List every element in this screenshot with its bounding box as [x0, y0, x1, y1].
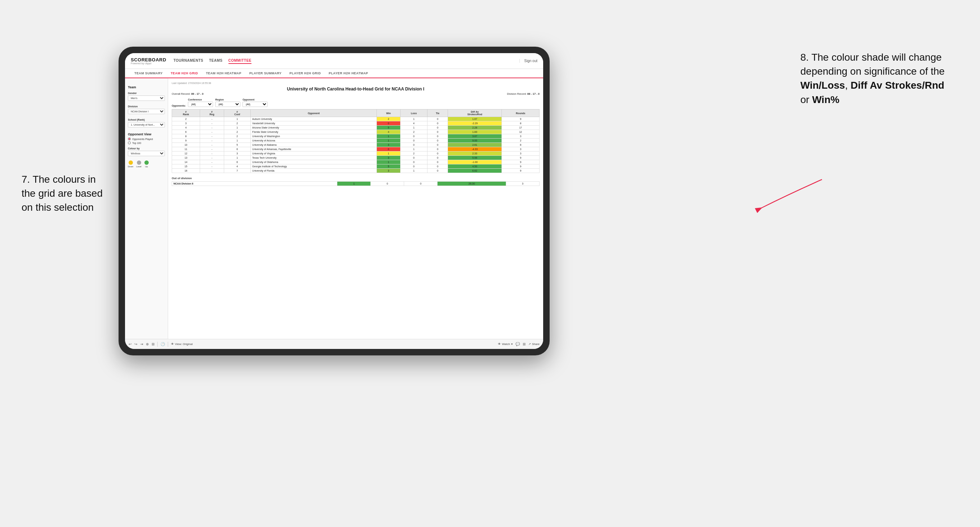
cell-rank: 16: [172, 169, 200, 173]
conference-select[interactable]: (All): [188, 102, 213, 107]
nav-committee[interactable]: COMMITTEE: [229, 58, 252, 64]
cell-diff: 5.56: [448, 156, 502, 160]
cell-diff: -4.33: [448, 147, 502, 151]
cell-rounds: 2: [502, 138, 539, 143]
view-original-btn[interactable]: 👁 View: Original: [171, 343, 192, 346]
watch-icon: 👁: [498, 343, 501, 346]
sign-out-button[interactable]: Sign out: [519, 59, 538, 63]
share-btn[interactable]: ↗ Share: [528, 343, 539, 346]
nav-teams[interactable]: TEAMS: [209, 58, 223, 64]
toolbar: ↩ ↪ ⇥ ⊕ ⊞ 🕐 👁 View: Original 👁 Watch ▾ 💬…: [125, 339, 543, 349]
subnav-player-h2h-grid[interactable]: PLAYER H2H GRID: [286, 69, 325, 78]
comment-icon[interactable]: 💬: [515, 342, 520, 346]
cell-diff: -1.00: [448, 160, 502, 164]
cell-rank: 3: [172, 121, 200, 125]
opponents-label: Opponents:: [172, 105, 186, 107]
watch-btn[interactable]: 👁 Watch ▾: [498, 343, 512, 346]
division-label: Division: [128, 105, 165, 108]
opponent-view-title: Opponent View: [128, 132, 165, 136]
table-row: 15 - 4 Georgia Institute of Technology 5…: [172, 164, 539, 169]
cell-tie: 0: [428, 117, 448, 121]
cell-win: 3: [377, 169, 400, 173]
subnav-team-summary[interactable]: TEAM SUMMARY: [131, 69, 166, 78]
division-select[interactable]: NCAA Division I: [128, 109, 165, 114]
filter-opponents: Opponents:: [172, 105, 186, 107]
undo-icon[interactable]: ↩: [129, 342, 132, 346]
forward-icon[interactable]: ⇥: [140, 342, 143, 346]
ood-cell-rounds: 3: [506, 182, 539, 186]
radio-opponents-played[interactable]: Opponents Played: [128, 138, 165, 140]
th-rounds: Rounds: [502, 110, 539, 117]
cell-tie: 0: [428, 130, 448, 134]
cell-loss: 0: [400, 134, 428, 138]
table-row: 3 - 2 Vanderbilt University 0 4 0 -2.29 …: [172, 121, 539, 125]
legend-circle-up: [145, 160, 149, 165]
conference-label: Conference: [188, 98, 213, 101]
view-icon: 👁: [171, 343, 174, 346]
cell-tie: 0: [428, 125, 448, 130]
cell-rank: 4: [172, 125, 200, 130]
nav-tournaments[interactable]: TOURNAMENTS: [173, 58, 203, 64]
filters-row: Opponents: Conference (All) Region (All): [172, 98, 539, 107]
cell-tie: 0: [428, 147, 448, 151]
paste-icon[interactable]: ⊞: [151, 342, 154, 346]
tablet-screen: SCOREBOARD Powered by clippd TOURNAMENTS…: [125, 53, 543, 349]
cell-conf: 2: [224, 121, 251, 125]
cell-diff: 2.28: [448, 125, 502, 130]
cell-rounds: 3: [502, 134, 539, 138]
cell-loss: 1: [400, 147, 428, 151]
cell-tie: 0: [428, 169, 448, 173]
cell-tie: 0: [428, 160, 448, 164]
gender-select[interactable]: Men's: [128, 95, 165, 101]
main-table: #Rank #Reg #Conf Opponent Win Loss Tie D…: [172, 109, 539, 173]
th-diff: Diff AvStrokes/Rnd: [448, 110, 502, 117]
cell-rounds: 9: [502, 169, 539, 173]
subnav-team-h2h-grid[interactable]: TEAM H2H GRID: [167, 69, 202, 78]
radio-top100[interactable]: Top 100: [128, 141, 165, 144]
sidebar: Team Gender Men's Division NCAA Division…: [125, 78, 168, 339]
data-area: Last Updated: 27/03/2024 16:55:38 Univer…: [168, 78, 543, 339]
cell-opponent: Georgia Institute of Technology: [251, 164, 377, 169]
cell-loss: 0: [400, 143, 428, 147]
report-title: University of North Carolina Head-to-Hea…: [172, 87, 539, 92]
region-label: Region: [215, 98, 240, 101]
cell-rounds: 9: [502, 117, 539, 121]
cell-win: 1: [377, 138, 400, 143]
redo-icon[interactable]: ↪: [134, 342, 137, 346]
subnav-player-summary[interactable]: PLAYER SUMMARY: [246, 69, 285, 78]
opponent-select[interactable]: (All): [242, 102, 267, 107]
cell-rank: 12: [172, 151, 200, 156]
cell-reg: -: [200, 151, 224, 156]
cell-rounds: 8: [502, 143, 539, 147]
cell-tie: 0: [428, 138, 448, 143]
division-record: Division Record: 88 - 17 - 0: [507, 92, 539, 95]
cell-rank: 6: [172, 130, 200, 134]
cell-rank: 15: [172, 164, 200, 169]
cell-opponent: Auburn University: [251, 117, 377, 121]
copy-icon[interactable]: ⊕: [146, 342, 149, 346]
cell-conf: 2: [224, 130, 251, 134]
cell-opponent: Florida State University: [251, 130, 377, 134]
th-loss: Loss: [400, 110, 428, 117]
annotation-left: 7. The colours in the grid are based on …: [22, 172, 122, 215]
subnav-player-h2h-heatmap[interactable]: PLAYER H2H HEATMAP: [325, 69, 372, 78]
cell-loss: 1: [400, 117, 428, 121]
filter-conference: Conference (All): [188, 98, 213, 107]
cell-reg: -: [200, 130, 224, 134]
clock-icon[interactable]: 🕐: [161, 342, 165, 346]
colour-by-select[interactable]: Win/loss: [128, 151, 165, 156]
cell-rank: 9: [172, 138, 200, 143]
radio-dot-top100: [128, 141, 131, 144]
grid-icon[interactable]: ⊞: [523, 342, 525, 346]
subnav-team-h2h-heatmap[interactable]: TEAM H2H HEATMAP: [202, 69, 245, 78]
cell-reg: -: [200, 143, 224, 147]
sub-nav: TEAM SUMMARY TEAM H2H GRID TEAM H2H HEAT…: [125, 69, 543, 78]
table-row: 6 - 2 Florida State University 4 2 0 1.8…: [172, 130, 539, 134]
region-select[interactable]: (All): [215, 102, 240, 107]
legend-up: Up: [145, 160, 149, 168]
radio-dot-opponents: [128, 138, 131, 140]
cell-win: 0: [377, 147, 400, 151]
cell-win: 5: [377, 164, 400, 169]
school-select[interactable]: 1. University of Nort...: [128, 122, 165, 127]
radio-group: Opponents Played Top 100: [128, 138, 165, 144]
